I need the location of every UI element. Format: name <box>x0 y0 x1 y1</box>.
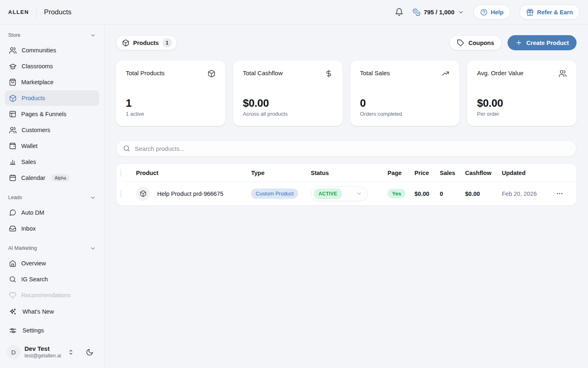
sidebar-item-products[interactable]: Products <box>5 90 99 106</box>
sidebar-item-pages-funnels[interactable]: Pages & Funnels <box>5 106 99 122</box>
sidebar-item-inbox[interactable]: Inbox <box>5 221 99 236</box>
sidebar-item-classrooms[interactable]: Classrooms <box>5 58 99 74</box>
message-icon <box>9 209 16 216</box>
tab-products[interactable]: Products 1 <box>116 35 177 50</box>
box-icon <box>122 39 129 47</box>
column-header-product: Product <box>136 170 251 176</box>
sidebar-item-auto-dm[interactable]: Auto DM <box>5 205 99 220</box>
box-icon <box>9 94 17 102</box>
product-name: Help Product prd-966675 <box>157 191 223 197</box>
table-row[interactable]: Help Product prd-966675 Custom Product A… <box>116 182 576 205</box>
stat-subtitle: 1 active <box>126 111 216 117</box>
stats-row: Total Products 1 1 active Total Cashflow… <box>116 61 577 126</box>
stat-subtitle: Across all products <box>243 111 333 117</box>
credits-count: 795 / 1,000 <box>424 9 454 16</box>
sidebar-item-sales[interactable]: Sales <box>5 154 99 170</box>
sidebar-item-communities[interactable]: Communities <box>5 43 99 58</box>
wallet-icon <box>9 142 16 150</box>
user-profile[interactable]: D Dev Test test@getallen.ai <box>5 344 99 361</box>
trending-up-icon <box>441 70 450 78</box>
row-actions-menu-icon[interactable] <box>556 190 576 197</box>
product-type-badge: Custom Product <box>251 188 298 199</box>
page-badge: Yes <box>388 189 405 198</box>
box-icon <box>207 70 216 78</box>
sidebar-item-whats-new[interactable]: What's New <box>5 303 99 320</box>
search-icon <box>9 276 16 283</box>
stat-card-total-cashflow: Total Cashflow $0.00 Across all products <box>233 61 343 126</box>
products-count-badge: 1 <box>163 38 172 47</box>
table-header: Product Type Status Page Price Sales Cas… <box>116 164 576 182</box>
coins-icon <box>412 8 421 16</box>
user-email: test@getallen.ai <box>24 353 63 359</box>
stat-card-total-products: Total Products 1 1 active <box>116 61 225 126</box>
section-header-store[interactable]: Store <box>5 30 99 40</box>
chevron-down-icon <box>458 9 464 16</box>
sales-cell: 0 <box>440 191 465 197</box>
notifications-bell-icon[interactable] <box>395 8 403 16</box>
product-box-icon <box>136 187 150 201</box>
sidebar-item-wallet[interactable]: Wallet <box>5 138 99 154</box>
products-toolbar: Products 1 Coupons Create Product <box>116 35 577 50</box>
search-input[interactable] <box>135 145 570 152</box>
column-header-cashflow: Cashflow <box>465 170 502 176</box>
sidebar-section-store: Store Communities Classrooms Marketplace… <box>5 30 99 186</box>
section-header-leads[interactable]: Leads <box>5 193 99 202</box>
sparkles-icon <box>9 308 17 316</box>
stat-card-avg-order-value: Avg. Order Value $0.00 Per order <box>467 61 577 126</box>
avatar: D <box>7 345 20 359</box>
column-header-status: Status <box>311 170 388 176</box>
credits-dropdown[interactable]: 795 / 1,000 <box>412 8 464 16</box>
coupons-button[interactable]: Coupons <box>449 35 502 50</box>
help-button[interactable]: Help <box>473 4 510 20</box>
products-table: Product Type Status Page Price Sales Cas… <box>116 164 577 206</box>
stat-value: 0 <box>360 97 450 110</box>
users-icon <box>9 126 17 134</box>
dollar-icon <box>325 70 333 78</box>
sidebar-item-overview[interactable]: Overview <box>5 256 99 271</box>
user-name: Dev Test <box>24 345 63 353</box>
tag-icon <box>457 39 464 47</box>
dark-mode-moon-icon[interactable] <box>86 348 94 356</box>
topbar-divider <box>36 6 37 18</box>
sidebar-item-recommendations[interactable]: Recommendations <box>5 287 99 303</box>
chevron-down-icon <box>90 195 96 201</box>
price-cell: $0.00 <box>414 191 440 197</box>
stat-subtitle: Per order <box>477 111 567 117</box>
search-bar <box>116 140 577 157</box>
chevron-down-icon <box>90 32 96 38</box>
status-dropdown[interactable]: ACTIVE <box>311 186 368 201</box>
sidebar: Store Communities Classrooms Marketplace… <box>0 25 105 368</box>
refer-earn-button[interactable]: Refer & Earn <box>519 4 580 20</box>
sidebar-item-marketplace[interactable]: Marketplace <box>5 74 99 90</box>
users-icon <box>9 47 17 54</box>
column-header-page: Page <box>388 170 414 176</box>
create-product-button[interactable]: Create Product <box>508 35 577 50</box>
layout-icon <box>9 110 16 118</box>
sidebar-section-leads: Leads Auto DM Inbox <box>5 193 99 237</box>
select-all-checkbox[interactable] <box>120 169 121 177</box>
account-switcher-icon[interactable] <box>67 349 74 356</box>
sidebar-item-ig-search[interactable]: IG Search <box>5 272 99 287</box>
chevron-down-icon <box>90 245 96 251</box>
gift-icon <box>526 9 534 16</box>
sidebar-item-customers[interactable]: Customers <box>5 122 99 138</box>
stat-value: $0.00 <box>243 97 333 110</box>
sidebar-item-settings[interactable]: Settings <box>5 322 99 339</box>
page-title: Products <box>44 8 71 16</box>
alpha-badge: Alpha <box>51 174 70 182</box>
row-checkbox[interactable] <box>120 190 121 197</box>
bar-chart-icon <box>9 158 16 166</box>
topbar: ALLEN Products 795 / 1,000 Help Refer & … <box>0 0 588 25</box>
cashflow-cell: $0.00 <box>465 191 502 197</box>
calendar-icon <box>9 174 16 182</box>
main-content: Products 1 Coupons Create Product Total … <box>105 25 588 368</box>
section-header-ai-marketing[interactable]: AI Marketing <box>5 243 99 253</box>
home-icon <box>9 260 16 267</box>
chevron-down-icon <box>356 191 362 197</box>
allen-logo[interactable]: ALLEN <box>8 9 29 15</box>
stat-subtitle: Orders completed <box>360 111 450 117</box>
sidebar-item-calendar[interactable]: Calendar Alpha <box>5 170 99 186</box>
inbox-icon <box>9 225 16 232</box>
search-icon <box>123 145 130 152</box>
column-header-type: Type <box>251 170 311 176</box>
